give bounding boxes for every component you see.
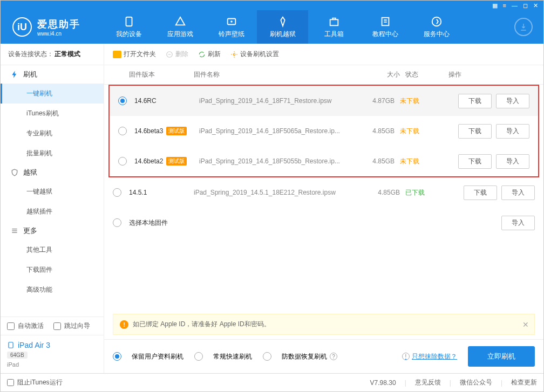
help-icon[interactable]: ? <box>330 353 337 360</box>
svg-rect-0 <box>126 17 132 26</box>
firmware-row[interactable]: 选择本地固件导入 <box>104 208 543 238</box>
select-radio[interactable] <box>113 218 121 227</box>
sidebar-section-越狱[interactable]: 越狱 <box>1 163 104 182</box>
erase-data-link[interactable]: ! 只想抹除数据？ <box>402 352 457 361</box>
flash-option-常规快速刷机[interactable]: 常规快速刷机 <box>194 352 252 361</box>
import-button[interactable]: 导入 <box>501 185 535 200</box>
sidebar-item-iTunes刷机[interactable]: iTunes刷机 <box>1 104 104 123</box>
firmware-version: 14.5.1 <box>129 189 194 196</box>
app-title: 爱思助手 <box>37 18 80 31</box>
import-button[interactable]: 导入 <box>496 154 529 169</box>
device-name[interactable]: iPad Air 3 <box>7 341 97 349</box>
nav-铃声壁纸[interactable]: 铃声壁纸 <box>206 10 257 44</box>
connection-status: 设备连接状态：正常模式 <box>1 44 104 65</box>
block-itunes-checkbox[interactable] <box>7 379 14 386</box>
svg-rect-3 <box>330 19 338 25</box>
notice-close-icon[interactable]: ✕ <box>522 320 529 329</box>
sidebar-item-一键刷机[interactable]: 一键刷机 <box>1 84 104 104</box>
sidebar-item-批量刷机[interactable]: 批量刷机 <box>1 143 104 163</box>
firmware-size: 4.85GB <box>362 189 405 196</box>
sidebar-item-专业刷机[interactable]: 专业刷机 <box>1 123 104 143</box>
flash-option-防数据恢复刷机[interactable]: 防数据恢复刷机? <box>263 352 337 361</box>
auto-activate-checkbox[interactable] <box>7 322 15 330</box>
firmware-row[interactable]: 14.5.1iPad_Spring_2019_14.5.1_18E212_Res… <box>104 177 543 208</box>
nav-我的设备[interactable]: 我的设备 <box>103 10 154 44</box>
skip-wizard-label: 跳过向导 <box>64 321 90 331</box>
beta-badge: 测试版 <box>166 127 187 135</box>
main-nav: 我的设备应用游戏铃声壁纸刷机越狱工具箱教程中心服务中心 <box>103 10 514 44</box>
nav-应用游戏[interactable]: 应用游戏 <box>154 10 206 44</box>
logo-badge-icon: iU <box>12 17 32 37</box>
firmware-size: 4.85GB <box>357 157 400 165</box>
sidebar-item-高级功能[interactable]: 高级功能 <box>1 280 104 300</box>
firmware-row[interactable]: 14.6beta2测试版iPad_Spring_2019_14.6_18F505… <box>110 146 538 176</box>
select-radio[interactable] <box>118 127 127 135</box>
maximize-icon[interactable]: ◻ <box>523 2 528 9</box>
download-button[interactable]: 下载 <box>458 94 492 108</box>
download-circle-button[interactable] <box>514 18 533 36</box>
apple-id-notice: ! 如已绑定 Apple ID，请准备好 Apple ID和密码。 ✕ <box>113 314 535 335</box>
import-button[interactable]: 导入 <box>501 216 535 230</box>
nav-教程中心[interactable]: 教程中心 <box>359 10 411 44</box>
block-itunes-label: 阻止iTunes运行 <box>17 378 63 387</box>
svg-rect-6 <box>12 229 17 229</box>
firmware-name: iPad_Spring_2019_14.6_18F5065a_Restore.i… <box>199 127 357 135</box>
import-button[interactable]: 导入 <box>496 124 529 139</box>
firmware-status: 未下载 <box>400 127 443 136</box>
option-radio[interactable] <box>113 352 121 361</box>
main-content: 打开文件夹 删除 刷新 设备刷机设置 固件版本 固件名称 大小 状态 操作 14… <box>104 44 543 373</box>
nav-工具箱[interactable]: 工具箱 <box>308 10 359 44</box>
download-button[interactable]: 下载 <box>464 185 497 200</box>
app-url: www.i4.cn <box>37 31 80 37</box>
nav-服务中心[interactable]: 服务中心 <box>411 10 462 44</box>
check-update-link[interactable]: 检查更新 <box>511 378 537 387</box>
gift-icon[interactable]: ▦ <box>492 2 498 9</box>
skip-wizard-checkbox[interactable] <box>53 322 61 330</box>
sidebar-item-其他工具[interactable]: 其他工具 <box>1 240 104 260</box>
status-bar: 阻止iTunes运行 V7.98.30| 意见反馈| 微信公众号| 检查更新 <box>1 373 543 391</box>
open-folder-button[interactable]: 打开文件夹 <box>113 50 156 59</box>
sidebar-item-下载固件[interactable]: 下载固件 <box>1 260 104 280</box>
device-model: iPad <box>7 361 97 368</box>
firmware-status: 已下载 <box>405 188 448 197</box>
minimize-icon[interactable]: — <box>512 2 518 9</box>
svg-rect-8 <box>12 232 17 233</box>
close-icon[interactable]: ✕ <box>533 2 538 9</box>
menu-icon[interactable]: ≡ <box>503 2 506 9</box>
firmware-row[interactable]: 14.6RCiPad_Spring_2019_14.6_18F71_Restor… <box>110 86 538 116</box>
sidebar: 设备连接状态：正常模式 刷机一键刷机iTunes刷机专业刷机批量刷机越狱一键越狱… <box>1 44 104 373</box>
refresh-button[interactable]: 刷新 <box>198 50 221 59</box>
table-header: 固件版本 固件名称 大小 状态 操作 <box>104 65 543 85</box>
folder-icon <box>113 51 121 58</box>
wechat-link[interactable]: 微信公众号 <box>460 378 492 387</box>
sidebar-section-刷机[interactable]: 刷机 <box>1 65 104 84</box>
option-radio[interactable] <box>194 352 203 361</box>
delete-button[interactable]: 删除 <box>166 50 188 59</box>
download-button[interactable]: 下载 <box>458 154 492 169</box>
import-button[interactable]: 导入 <box>496 94 529 108</box>
feedback-link[interactable]: 意见反馈 <box>415 378 441 387</box>
app-header: iU 爱思助手 www.i4.cn 我的设备应用游戏铃声壁纸刷机越狱工具箱教程中… <box>1 10 543 44</box>
select-radio[interactable] <box>113 188 121 197</box>
start-flash-button[interactable]: 立即刷机 <box>468 346 535 367</box>
device-info: iPad Air 3 64GB iPad <box>1 335 104 373</box>
firmware-name: iPad_Spring_2019_14.6_18F71_Restore.ipsw <box>199 97 357 105</box>
firmware-version: 选择本地固件 <box>129 218 194 228</box>
svg-point-5 <box>432 17 441 26</box>
toolbar: 打开文件夹 删除 刷新 设备刷机设置 <box>104 44 543 65</box>
select-radio[interactable] <box>118 97 127 105</box>
firmware-row[interactable]: 14.6beta3测试版iPad_Spring_2019_14.6_18F506… <box>110 116 538 146</box>
sidebar-item-越狱插件[interactable]: 越狱插件 <box>1 202 104 222</box>
option-radio[interactable] <box>263 352 271 361</box>
select-radio[interactable] <box>118 157 127 166</box>
window-titlebar: ▦ ≡ — ◻ ✕ <box>1 1 543 10</box>
svg-point-11 <box>233 53 235 56</box>
nav-刷机越狱[interactable]: 刷机越狱 <box>257 10 308 44</box>
flash-option-保留用户资料刷机[interactable]: 保留用户资料刷机 <box>113 352 183 361</box>
firmware-version: 14.6RC <box>134 97 199 105</box>
download-button[interactable]: 下载 <box>458 124 492 139</box>
sidebar-item-一键越狱[interactable]: 一键越狱 <box>1 182 104 202</box>
firmware-status: 未下载 <box>400 97 443 106</box>
flash-settings-button[interactable]: 设备刷机设置 <box>230 50 279 59</box>
sidebar-section-更多[interactable]: 更多 <box>1 222 104 240</box>
